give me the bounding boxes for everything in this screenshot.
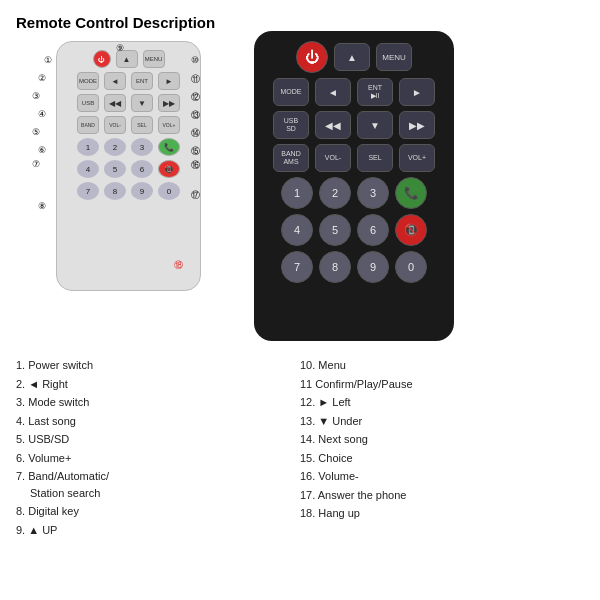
r-menu[interactable]: MENU (376, 43, 412, 71)
r-2[interactable]: 2 (319, 177, 351, 209)
d-answer[interactable]: 📞 (158, 138, 180, 156)
desc-right: 10. Menu 11 Confirm/Play/Pause 12. ► Lef… (300, 357, 584, 538)
d-down-arrow[interactable]: ▼ (131, 94, 153, 112)
d-0[interactable]: 0 (158, 182, 180, 200)
d-3[interactable]: 3 (131, 138, 153, 156)
page-title: Remote Control Description (16, 14, 584, 31)
r-power[interactable]: ⏻ (296, 41, 328, 73)
desc-15: 15. Choice (300, 450, 584, 467)
desc-6: 6. Volume+ (16, 450, 300, 467)
desc-3: 3. Mode switch (16, 394, 300, 411)
c8: ⑧ (38, 201, 46, 211)
r-4[interactable]: 4 (281, 214, 313, 246)
desc-7: 7. Band/Automatic/ (16, 468, 300, 485)
desc-5: 5. USB/SD (16, 431, 300, 448)
r-row-7: 7 8 9 0 (262, 251, 446, 283)
top-section: ⏻ ▲ MENU MODE ◄ ENT ► USB ◀◀ ▼ ▶▶ (16, 41, 584, 341)
d-volm[interactable]: VOL- (104, 116, 126, 134)
desc-10: 10. Menu (300, 357, 584, 374)
d-hangup[interactable]: 📵 (158, 160, 180, 178)
r-0[interactable]: 0 (395, 251, 427, 283)
d-1[interactable]: 1 (77, 138, 99, 156)
d-left-arrow[interactable]: ◄ (104, 72, 126, 90)
c1: ① (44, 55, 52, 65)
r-row-4: BANDAMS VOL- SEL VOL+ (262, 144, 446, 172)
desc-9: 9. ▲ UP (16, 522, 300, 539)
desc-8: 8. Digital key (16, 503, 300, 520)
r-row-6: 4 5 6 📵 (262, 214, 446, 246)
r-prev[interactable]: ◀◀ (315, 111, 351, 139)
r-left[interactable]: ◄ (315, 78, 351, 106)
desc-16: 16. Volume- (300, 468, 584, 485)
c2: ② (38, 73, 46, 83)
c7: ⑦ (32, 159, 40, 169)
c5: ⑤ (32, 127, 40, 137)
d-up[interactable]: ▲ (116, 50, 138, 68)
remote-diagram: ⏻ ▲ MENU MODE ◄ ENT ► USB ◀◀ ▼ ▶▶ (56, 41, 201, 291)
r-down[interactable]: ▼ (357, 111, 393, 139)
d-5[interactable]: 5 (104, 160, 126, 178)
r-row-1: ⏻ ▲ MENU (262, 41, 446, 73)
d-6[interactable]: 6 (131, 160, 153, 178)
r-sel[interactable]: SEL (357, 144, 393, 172)
desc-14: 14. Next song (300, 431, 584, 448)
r-7[interactable]: 7 (281, 251, 313, 283)
page: Remote Control Description ⏻ ▲ MENU MODE… (0, 0, 600, 600)
c3: ③ (32, 91, 40, 101)
d-next[interactable]: ▶▶ (158, 94, 180, 112)
r-up[interactable]: ▲ (334, 43, 370, 71)
r-9[interactable]: 9 (357, 251, 389, 283)
r-next[interactable]: ▶▶ (399, 111, 435, 139)
r-row-3: USBSD ◀◀ ▼ ▶▶ (262, 111, 446, 139)
description-section: 1. Power switch 2. ◄ Right 3. Mode switc… (16, 357, 584, 538)
desc-18: 18. Hang up (300, 505, 584, 522)
desc-17: 17. Answer the phone (300, 487, 584, 504)
diagram-area: ⏻ ▲ MENU MODE ◄ ENT ► USB ◀◀ ▼ ▶▶ (16, 41, 236, 311)
d-menu[interactable]: MENU (143, 50, 165, 68)
d-prev[interactable]: ◀◀ (104, 94, 126, 112)
d-ent[interactable]: ENT (131, 72, 153, 90)
d-8[interactable]: 8 (104, 182, 126, 200)
r-3[interactable]: 3 (357, 177, 389, 209)
r-1[interactable]: 1 (281, 177, 313, 209)
desc-12: 12. ► Left (300, 394, 584, 411)
d-right-arrow[interactable]: ► (158, 72, 180, 90)
d-band[interactable]: BAND (77, 116, 99, 134)
d-power[interactable]: ⏻ (93, 50, 111, 68)
r-hangup[interactable]: 📵 (395, 214, 427, 246)
r-8[interactable]: 8 (319, 251, 351, 283)
r-ent[interactable]: ENT▶II (357, 78, 393, 106)
desc-2: 2. ◄ Right (16, 376, 300, 393)
r-band[interactable]: BANDAMS (273, 144, 309, 172)
d-mode[interactable]: MODE (77, 72, 99, 90)
r-answer[interactable]: 📞 (395, 177, 427, 209)
r-row-5: 1 2 3 📞 (262, 177, 446, 209)
r-row-2: MODE ◄ ENT▶II ► (262, 78, 446, 106)
d-usb[interactable]: USB (77, 94, 99, 112)
c4: ④ (38, 109, 46, 119)
real-remote: ⏻ ▲ MENU MODE ◄ ENT▶II ► USBSD ◀◀ ▼ ▶▶ B… (254, 31, 454, 341)
r-6[interactable]: 6 (357, 214, 389, 246)
desc-4: 4. Last song (16, 413, 300, 430)
d-7[interactable]: 7 (77, 182, 99, 200)
desc-11: 11 Confirm/Play/Pause (300, 376, 584, 393)
d-2[interactable]: 2 (104, 138, 126, 156)
desc-left: 1. Power switch 2. ◄ Right 3. Mode switc… (16, 357, 300, 538)
r-mode[interactable]: MODE (273, 78, 309, 106)
r-5[interactable]: 5 (319, 214, 351, 246)
c6: ⑥ (38, 145, 46, 155)
desc-1: 1. Power switch (16, 357, 300, 374)
d-sel[interactable]: SEL (131, 116, 153, 134)
desc-13: 13. ▼ Under (300, 413, 584, 430)
r-volm[interactable]: VOL- (315, 144, 351, 172)
d-9[interactable]: 9 (131, 182, 153, 200)
r-right[interactable]: ► (399, 78, 435, 106)
r-usb[interactable]: USBSD (273, 111, 309, 139)
d-4[interactable]: 4 (77, 160, 99, 178)
d-volp[interactable]: VOL+ (158, 116, 180, 134)
desc-7b: Station search (16, 485, 300, 502)
r-volp[interactable]: VOL+ (399, 144, 435, 172)
